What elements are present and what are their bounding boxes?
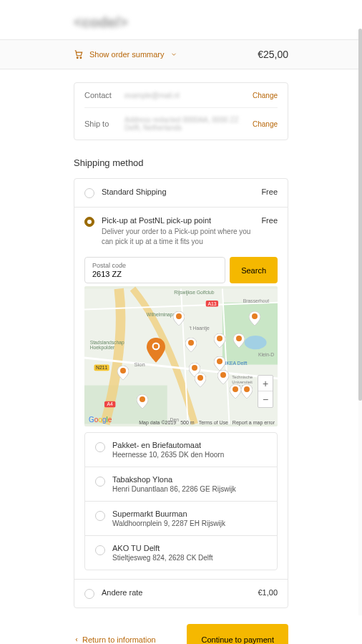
svg-point-23 xyxy=(252,313,258,319)
shipping-method-title: Shipping method xyxy=(74,157,288,168)
map-pin-icon[interactable] xyxy=(241,384,253,399)
svg-text:A13: A13 xyxy=(207,301,216,306)
location-name: Pakket- en Briefautomaat xyxy=(112,441,224,449)
search-button[interactable]: Search xyxy=(230,257,278,283)
radio-pickup[interactable] xyxy=(84,217,94,227)
return-to-information-link[interactable]: Return to information xyxy=(74,635,156,644)
option-price: €1,00 xyxy=(258,588,278,597)
order-summary-bar: Show order summary €25,00 xyxy=(0,39,362,69)
shipping-option-andere[interactable]: Andere rate €1,00 xyxy=(74,580,288,608)
google-logo: Google xyxy=(89,416,112,424)
svg-text:N211: N211 xyxy=(96,365,107,370)
svg-point-24 xyxy=(120,368,126,374)
pickup-location-radio[interactable] xyxy=(95,511,105,521)
option-label: Standard Shipping xyxy=(102,187,254,196)
contact-ship-box: Contact example@mail.nl Change Ship to A… xyxy=(74,82,288,140)
contact-value: example@mail.nl xyxy=(124,92,253,99)
option-desc: Deliver your order to a Pick-up point wh… xyxy=(102,227,254,247)
svg-point-26 xyxy=(217,336,222,341)
shipping-option-standard[interactable]: Standard Shipping Free xyxy=(74,179,288,208)
map-pin-icon[interactable] xyxy=(214,356,225,371)
map-pin-icon[interactable] xyxy=(214,333,225,348)
svg-text:Sion: Sion xyxy=(134,361,145,368)
cart-icon xyxy=(74,49,84,59)
chevron-down-icon xyxy=(170,51,177,58)
pickup-location-radio[interactable] xyxy=(95,442,105,452)
svg-text:'t Haantje: 't Haantje xyxy=(190,326,210,331)
order-summary-label: Show order summary xyxy=(89,50,165,59)
svg-point-22 xyxy=(176,313,182,319)
map-pin-icon[interactable] xyxy=(117,366,129,380)
svg-point-29 xyxy=(217,358,222,364)
map-pin-icon[interactable] xyxy=(233,333,245,348)
location-name: Tabakshop Ylona xyxy=(112,475,236,484)
order-summary-toggle[interactable]: Show order summary xyxy=(74,49,177,59)
logo: <code/> xyxy=(0,0,362,39)
postal-input[interactable] xyxy=(92,270,217,278)
svg-point-36 xyxy=(154,344,158,348)
location-name: Supermarkt Buurman xyxy=(112,509,225,518)
svg-point-32 xyxy=(233,386,238,392)
svg-point-25 xyxy=(188,340,194,346)
svg-point-33 xyxy=(244,386,250,392)
svg-text:Klein-D: Klein-D xyxy=(258,352,274,357)
svg-text:Brasserhout: Brasserhout xyxy=(243,298,270,303)
zoom-in-button[interactable]: + xyxy=(258,376,273,391)
svg-point-34 xyxy=(140,396,145,402)
pickup-location-list: Pakket- en BriefautomaatHeernesse 10, 26… xyxy=(84,432,278,570)
pickup-map[interactable]: A13 A4 N211 Rijswijkse Golfclub Wilhelmi… xyxy=(84,286,278,426)
shipto-value: Address redacted 0000AA, 0000 ZZ Delft, … xyxy=(124,116,253,132)
zoom-out-button[interactable]: − xyxy=(258,391,273,407)
svg-point-30 xyxy=(197,375,203,381)
postal-label: Postal code xyxy=(92,262,217,269)
scrollbar-thumb[interactable] xyxy=(358,29,362,401)
option-label: Andere rate xyxy=(102,588,250,597)
map-pin-icon[interactable] xyxy=(185,338,197,352)
svg-point-0 xyxy=(77,57,78,59)
map-attribution: Map data ©2019 500 m Terms of Use Report… xyxy=(139,420,275,425)
pickup-location-item[interactable]: AKO TU DelftStieltjesweg 824, 2628 CK De… xyxy=(85,536,277,570)
svg-text:Rijswijkse Golfclub: Rijswijkse Golfclub xyxy=(174,290,215,296)
option-price: Free xyxy=(261,216,278,225)
order-total: €25,00 xyxy=(258,49,288,60)
radio-standard[interactable] xyxy=(84,188,94,198)
back-label: Return to information xyxy=(82,635,156,644)
change-shipto-link[interactable]: Change xyxy=(253,120,278,128)
location-address: Waldhoornplein 9, 2287 EH Rijswijk xyxy=(112,519,225,527)
location-name: AKO TU Delft xyxy=(112,544,213,552)
map-pin-icon[interactable] xyxy=(230,384,241,399)
map-pin-icon[interactable] xyxy=(217,370,229,384)
map-pin-icon[interactable] xyxy=(195,373,206,387)
continue-to-payment-button[interactable]: Continue to payment xyxy=(187,624,288,644)
contact-label: Contact xyxy=(84,91,124,99)
pickup-location-item[interactable]: Pakket- en BriefautomaatHeernesse 10, 26… xyxy=(85,433,277,467)
svg-text:A4: A4 xyxy=(107,401,114,406)
radio-andere[interactable] xyxy=(84,589,94,599)
change-contact-link[interactable]: Change xyxy=(253,92,278,99)
option-label: Pick-up at PostNL pick-up point xyxy=(102,216,254,225)
map-pin-icon[interactable] xyxy=(137,394,148,409)
pickup-location-item[interactable]: Tabakshop YlonaHenri Dunantlaan 86, 2286… xyxy=(85,467,277,502)
pickup-location-item[interactable]: Supermarkt BuurmanWaldhoornplein 9, 2287… xyxy=(85,502,277,536)
shipping-options: Standard Shipping Free Pick-up at PostNL… xyxy=(74,178,288,608)
map-background: A13 A4 N211 Rijswijkse Golfclub Wilhelmi… xyxy=(84,286,278,426)
map-pin-icon[interactable] xyxy=(249,311,260,326)
svg-point-1 xyxy=(80,57,82,59)
pickup-location-radio[interactable] xyxy=(95,477,105,487)
location-address: Henri Dunantlaan 86, 2286 GE Rijswijk xyxy=(112,485,236,493)
option-price: Free xyxy=(261,187,278,196)
svg-point-5 xyxy=(245,336,267,349)
svg-point-28 xyxy=(192,365,197,371)
map-pin-icon[interactable] xyxy=(147,338,165,361)
shipping-option-pickup[interactable]: Pick-up at PostNL pick-up point Deliver … xyxy=(74,208,288,580)
postal-field[interactable]: Postal code xyxy=(84,257,225,283)
location-address: Heernesse 10, 2635 DK den Hoorn xyxy=(112,451,224,459)
map-zoom-controls: + − xyxy=(258,375,273,408)
shipto-label: Ship to xyxy=(84,119,124,128)
map-pin-icon[interactable] xyxy=(173,311,185,326)
pickup-location-radio[interactable] xyxy=(95,545,105,555)
chevron-left-icon xyxy=(74,637,79,643)
svg-point-31 xyxy=(220,372,226,378)
location-address: Stieltjesweg 824, 2628 CK Delft xyxy=(112,554,213,562)
svg-point-27 xyxy=(236,336,242,341)
